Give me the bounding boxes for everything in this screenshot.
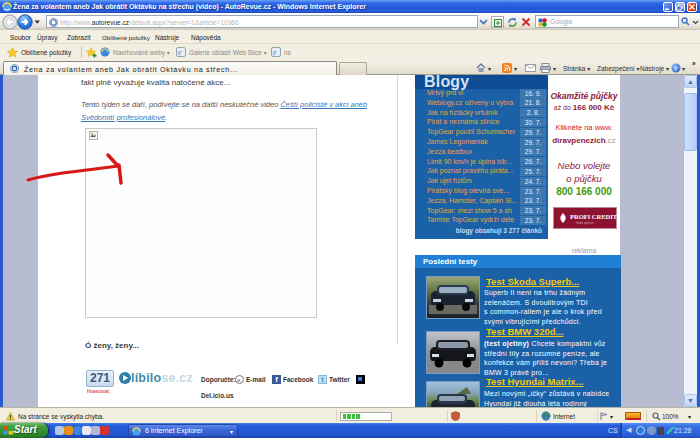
svg-text:e: e (178, 48, 182, 57)
svg-text:e: e (273, 48, 277, 57)
svg-text:?: ? (674, 65, 678, 73)
svg-text:a: a (237, 377, 241, 383)
